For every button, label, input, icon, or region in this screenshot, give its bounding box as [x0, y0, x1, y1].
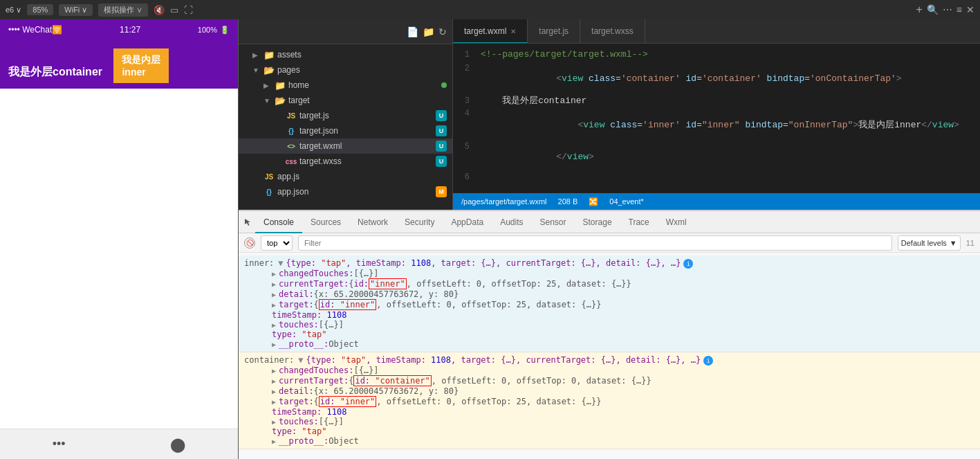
tree-item-target-wxml[interactable]: <> target.wxml U [239, 138, 452, 154]
info-icon-container: i [703, 356, 713, 366]
tab-storage[interactable]: Storage [575, 212, 620, 233]
search-icon[interactable]: 🔍 [927, 4, 939, 15]
tab-appdata[interactable]: AppData [443, 212, 492, 233]
tab-target-js[interactable]: target.js [528, 19, 580, 43]
devtools-cursor-icon[interactable] [241, 211, 255, 233]
tab-console[interactable]: Console [255, 212, 302, 233]
tree-arrow-pages: ▼ [252, 66, 261, 74]
branch-name: 04_event* [609, 197, 644, 206]
tree-label-home: home [288, 80, 438, 90]
devtools-tabs: Console Sources Network Security AppData… [239, 211, 980, 233]
level-select[interactable]: top [261, 235, 293, 251]
add-tab-button[interactable]: + [916, 3, 922, 16]
line-num-2: 2 [453, 64, 481, 73]
tab-sensor[interactable]: Sensor [532, 212, 575, 233]
phone-inner-container[interactable]: 我是内层inner [113, 48, 169, 83]
tree-label-assets: assets [277, 50, 447, 60]
container-current-target: ▶ currentTarget: {id: "container", offse… [244, 375, 974, 386]
signal-indicator: e6 ∨ [6, 6, 21, 15]
tree-item-target-wxss[interactable]: css target.wxss U [239, 154, 452, 169]
devtools-filter-bar: 🚫 top Default levels ▼ 11 [239, 233, 980, 253]
console-row-container: container: ▼ {type: "tap", timeStamp: 11… [239, 352, 980, 449]
tree-item-target[interactable]: ▼ 📂 target [239, 93, 452, 108]
phone-time: 11:27 [120, 25, 140, 35]
code-line-2: 2 <view class='container' id='container'… [453, 63, 980, 94]
file-path-label: /pages/target/target.wxml [461, 197, 547, 206]
line-content-5: </view> [481, 141, 980, 172]
tree-label-app-json: app.json [277, 187, 433, 197]
filter-input[interactable] [298, 235, 892, 251]
inner-timestamp: timeStamp: 1108 [244, 310, 974, 320]
wxss-icon-target-wxss: css [286, 156, 297, 167]
editor-panel: target.wxml ✕ target.js target.wxss 1 <!… [453, 19, 980, 210]
container-type: type: "tap" [244, 426, 974, 436]
filter-no-button[interactable]: 🚫 [244, 237, 255, 249]
branch-label: 🔀 [589, 197, 598, 206]
tree-item-assets[interactable]: ▶ 📁 assets [239, 47, 452, 62]
badge-app-json: M [436, 186, 447, 197]
outer-text: 我是外层container [8, 66, 102, 78]
new-file-icon[interactable]: 📄 [407, 26, 418, 37]
line-num-1: 1 [453, 50, 481, 60]
phone-panel: •••• WeChat🛜 11:27 100% 🔋 我是外层container … [0, 19, 239, 459]
inner-detail: ▶ detail: {x: 65.20000457763672, y: 80} [244, 289, 974, 299]
tree-item-app-js[interactable]: JS app.js [239, 169, 452, 184]
tree-item-home[interactable]: ▶ 📁 home [239, 78, 452, 93]
json-icon-target-json: {} [286, 125, 297, 136]
tab-audits[interactable]: Audits [492, 212, 531, 233]
tree-arrow-home: ▶ [264, 82, 272, 89]
tab-close-target-wxml[interactable]: ✕ [510, 28, 516, 35]
console-row-inner: inner: ▼ {type: "tap", timeStamp: 1108, … [239, 255, 980, 352]
phone-outer-container[interactable]: 我是外层container 我是内层inner [0, 40, 238, 89]
tab-security[interactable]: Security [396, 212, 443, 233]
tree-item-app-json[interactable]: {} app.json M [239, 184, 452, 199]
levels-dropdown[interactable]: Default levels ▼ [898, 235, 961, 251]
tab-target-wxml[interactable]: target.wxml ✕ [453, 19, 528, 43]
tree-item-pages[interactable]: ▼ 📂 pages [239, 62, 452, 78]
editor-content: 1 <!--pages/target/target.wxml--> 2 <vie… [453, 44, 980, 193]
code-line-1: 1 <!--pages/target/target.wxml--> [453, 49, 980, 63]
current-target-id-highlight-container: id: "container" [353, 375, 431, 386]
battery-label: 100% [198, 26, 217, 34]
lines-icon[interactable]: ≡ [956, 4, 962, 15]
code-line-3: 3 我是外层container [453, 94, 980, 108]
container-detail: ▶ detail: {x: 65.20000457763672, y: 80} [244, 386, 974, 396]
line-content-1: <!--pages/target/target.wxml--> [481, 49, 980, 60]
filter-count: 11 [966, 239, 974, 247]
tab-trace[interactable]: Trace [620, 212, 658, 233]
phone-status-bar: •••• WeChat🛜 11:27 100% 🔋 [0, 19, 238, 40]
expand-arrow-inner[interactable]: ▼ [278, 258, 283, 268]
more-icon[interactable]: ⋯ [943, 4, 952, 15]
wifi-button[interactable]: WiFi ∨ [59, 4, 93, 16]
code-line-4: 4 <view class='inner' id="inner" bindtap… [453, 108, 980, 141]
tab-wxml[interactable]: Wxml [658, 212, 695, 233]
mode-button[interactable]: 模拟操作 ∨ [98, 3, 148, 17]
tree-label-target-json: target.json [299, 126, 433, 136]
tab-sources[interactable]: Sources [302, 212, 349, 233]
file-tree-toolbar: 📄 📁 ↻ [239, 19, 452, 44]
expand-arrow-container[interactable]: ▼ [298, 355, 303, 365]
tab-network[interactable]: Network [349, 212, 396, 233]
container-label: container: [244, 355, 294, 365]
container-target: ▶ target: {id: "inner", offsetLeft: 0, o… [244, 396, 974, 407]
badge-dot-home [441, 82, 447, 88]
line-content-4: <view class='inner' id="inner" bindtap="… [481, 108, 980, 141]
tab-target-wxss[interactable]: target.wxss [580, 19, 645, 43]
target-id-highlight-inner: id: "inner" [319, 299, 376, 310]
tree-arrow-assets: ▶ [252, 51, 261, 59]
tree-item-target-js[interactable]: JS target.js U [239, 108, 452, 123]
close-icon[interactable]: ✕ [966, 4, 974, 15]
folder-icon-pages: 📂 [264, 64, 275, 75]
js-icon-target-js: JS [286, 110, 297, 121]
line-num-5: 5 [453, 142, 481, 152]
tree-arrow-target: ▼ [264, 97, 272, 105]
refresh-icon[interactable]: ↻ [438, 26, 447, 37]
zoom-button[interactable]: 85% [27, 4, 53, 15]
screen-icon: ▭ [170, 5, 178, 15]
new-folder-icon[interactable]: 📁 [423, 26, 434, 37]
tree-item-target-json[interactable]: {} target.json U [239, 123, 452, 138]
inner-proto: ▶ __proto__: Object [244, 339, 974, 349]
target-id-highlight-container: id: "inner" [319, 396, 376, 407]
badge-target-json: U [436, 125, 447, 136]
container-touches: ▶ touches: [{…}] [244, 417, 974, 426]
